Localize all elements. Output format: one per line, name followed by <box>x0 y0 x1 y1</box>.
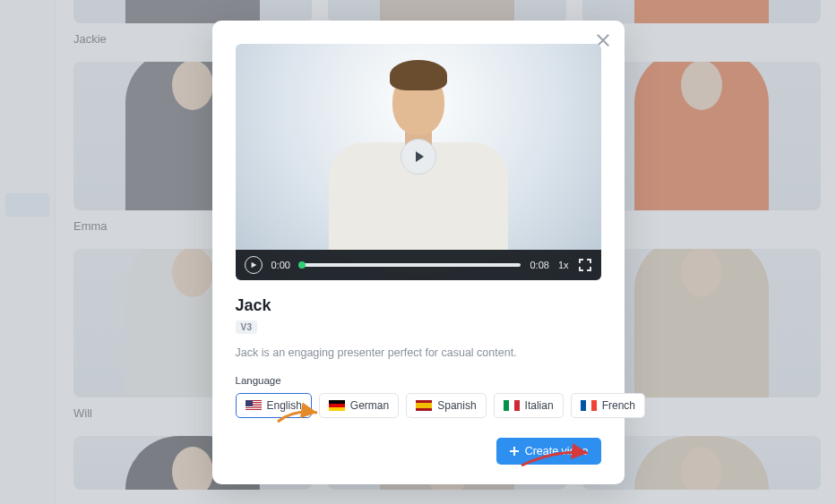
flag-icon-es <box>416 400 432 411</box>
avatar-title: Jack <box>236 296 601 315</box>
play-button[interactable] <box>245 256 263 274</box>
play-icon[interactable] <box>401 139 436 175</box>
language-option-italian[interactable]: Italian <box>494 393 564 418</box>
language-list: English German Spanish Italian French <box>236 393 601 418</box>
modal-overlay[interactable]: 0:00 0:08 1x Jack V3 Jack is an engaging… <box>0 0 836 504</box>
video-duration: 0:08 <box>530 260 548 270</box>
video-current-time: 0:00 <box>271 260 290 270</box>
language-option-label: Italian <box>525 399 554 412</box>
language-option-german[interactable]: German <box>319 393 399 418</box>
video-controls: 0:00 0:08 1x <box>236 250 601 280</box>
flag-icon-fr <box>581 400 597 411</box>
plus-icon <box>509 446 520 457</box>
video-speed[interactable]: 1x <box>558 260 569 270</box>
create-video-label: Create video <box>525 445 589 457</box>
flag-icon-us <box>246 400 262 411</box>
language-option-spanish[interactable]: Spanish <box>406 393 486 418</box>
avatar-detail-modal: 0:00 0:08 1x Jack V3 Jack is an engaging… <box>212 21 625 484</box>
version-badge: V3 <box>236 320 258 334</box>
preview-video[interactable]: 0:00 0:08 1x <box>236 44 601 280</box>
language-option-label: French <box>602 399 635 412</box>
language-option-label: English <box>267 399 302 412</box>
language-option-label: German <box>350 399 389 412</box>
language-option-french[interactable]: French <box>571 393 645 418</box>
fullscreen-icon[interactable] <box>578 258 592 272</box>
avatar-description: Jack is an engaging presenter perfect fo… <box>236 346 601 359</box>
language-option-english[interactable]: English <box>236 393 312 418</box>
flag-icon-it <box>504 400 520 411</box>
video-scrubber[interactable] <box>299 263 521 267</box>
language-label: Language <box>236 375 601 386</box>
flag-icon-de <box>329 400 345 411</box>
create-video-button[interactable]: Create video <box>496 438 601 465</box>
language-option-label: Spanish <box>437 399 476 412</box>
